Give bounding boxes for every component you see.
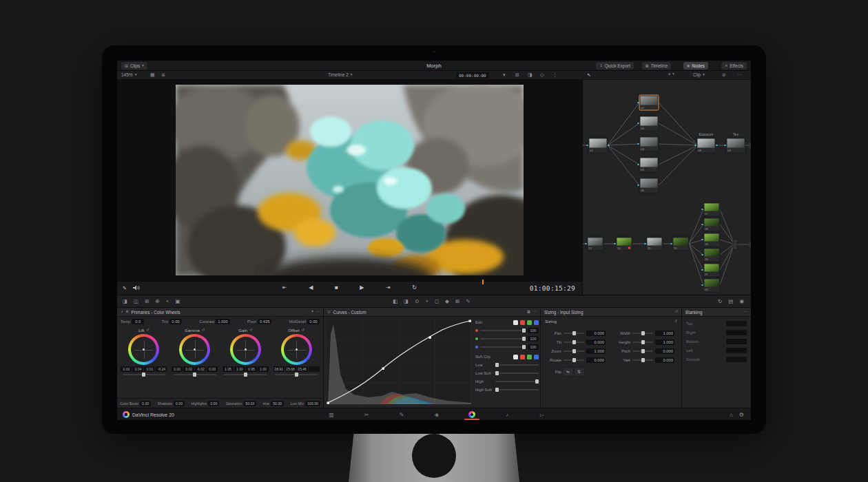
lift-value-g[interactable]: 0.01 bbox=[144, 366, 155, 372]
width-value[interactable]: 1.000 bbox=[655, 331, 674, 336]
node-06[interactable]: 06 bbox=[638, 178, 659, 193]
pan-slider[interactable] bbox=[564, 333, 584, 334]
node-15[interactable]: 15 bbox=[645, 237, 663, 251]
gain-color-wheel[interactable] bbox=[230, 334, 261, 365]
temp-field[interactable]: 0.0 bbox=[132, 319, 144, 324]
zoom-slider[interactable] bbox=[564, 350, 584, 352]
node-21[interactable]: 21 bbox=[702, 263, 721, 277]
high-slider[interactable] bbox=[495, 381, 539, 382]
low-slider[interactable] bbox=[495, 364, 539, 366]
yaw-slider[interactable] bbox=[632, 359, 653, 361]
lift-value-y[interactable]: 0.00 bbox=[121, 366, 132, 372]
blanking-more-icon[interactable]: ⋯ bbox=[744, 310, 747, 313]
high-soft-slider[interactable] bbox=[495, 389, 539, 390]
play-button[interactable]: ▶ bbox=[360, 284, 364, 291]
zoom-level-menu[interactable]: 145% ▾ bbox=[121, 72, 136, 77]
gamma-reset-icon[interactable]: ↺ bbox=[202, 328, 205, 332]
clip-list-icon[interactable]: ▤ bbox=[728, 298, 733, 304]
gamma-value-b[interactable]: 0.00 bbox=[207, 366, 218, 372]
blanking-left-value[interactable] bbox=[726, 348, 747, 353]
node-more-icon[interactable]: ⋯ bbox=[737, 72, 742, 77]
jump-end-button[interactable]: ⇥ bbox=[386, 284, 391, 291]
picker-icon[interactable]: + bbox=[425, 298, 428, 304]
fairlight-page-button[interactable]: ♪ bbox=[497, 408, 517, 420]
node-16[interactable]: 16 bbox=[671, 237, 690, 251]
low-soft-slider[interactable] bbox=[495, 373, 539, 374]
node-01[interactable]: 01 bbox=[587, 138, 610, 153]
node-19[interactable]: 19 bbox=[702, 233, 721, 247]
parallel-combiner-node[interactable] bbox=[733, 240, 737, 249]
node-02[interactable]: 02 bbox=[638, 95, 659, 110]
jump-start-button[interactable]: ⇤ bbox=[282, 284, 287, 291]
hue-field[interactable]: 50.00 bbox=[271, 401, 284, 406]
lift-master-slider[interactable] bbox=[123, 374, 165, 375]
split-screen-icon[interactable]: ◫ bbox=[134, 298, 138, 304]
tint-field[interactable]: 0.00 bbox=[169, 319, 182, 324]
primaries-caret-icon[interactable]: ▾ bbox=[311, 310, 313, 313]
gamma-value-y[interactable]: 0.00 bbox=[172, 366, 183, 372]
blanking-smooth-value[interactable] bbox=[726, 357, 747, 362]
red-gang-slider[interactable] bbox=[480, 330, 526, 331]
sizing-reset-icon[interactable]: ↺ bbox=[675, 310, 678, 313]
lift-value-b[interactable]: -0.24 bbox=[156, 366, 167, 372]
gallery-still-icon[interactable]: ◨ bbox=[123, 298, 127, 304]
red-gang-value[interactable]: 100 bbox=[528, 328, 539, 333]
clip-selector[interactable]: Clip ▾ bbox=[693, 72, 705, 77]
crosshair-tool-icon[interactable]: + bbox=[166, 298, 169, 304]
offset-master-slider[interactable] bbox=[275, 374, 318, 375]
grid-tool-icon[interactable]: ▣ bbox=[175, 298, 180, 304]
gain-master-slider[interactable] bbox=[224, 374, 267, 375]
color-page-button[interactable] bbox=[462, 408, 482, 420]
viewer-option-icon-4[interactable]: ◇ bbox=[540, 72, 544, 77]
viewer-option-icon-2[interactable]: ⊞ bbox=[515, 72, 519, 77]
offset-value-r[interactable]: 28.91 bbox=[273, 366, 285, 372]
tilt-slider[interactable] bbox=[564, 342, 584, 343]
node-17[interactable]: 17 bbox=[702, 202, 721, 216]
offset-value-g[interactable]: 25.68 bbox=[285, 366, 296, 372]
gain-value-r[interactable]: 1.00 bbox=[234, 366, 245, 372]
gamma-master-slider[interactable] bbox=[174, 374, 216, 375]
viewer-list-icon[interactable]: ≣ bbox=[161, 72, 165, 77]
middetail-field[interactable]: 0.00 bbox=[307, 319, 320, 324]
curves-more-icon[interactable]: ⋯ bbox=[533, 310, 537, 313]
gain-value-g[interactable]: 0.95 bbox=[246, 366, 257, 372]
lift-reset-icon[interactable]: ↺ bbox=[146, 328, 149, 332]
wipe-a-icon[interactable]: ◧ bbox=[393, 298, 397, 304]
rotate-slider[interactable] bbox=[564, 359, 584, 361]
shadows-field[interactable]: 0.00 bbox=[174, 401, 185, 406]
curves-graph[interactable] bbox=[327, 319, 471, 404]
node-20[interactable]: 20 bbox=[702, 248, 721, 262]
audio-mute-icon[interactable] bbox=[133, 285, 140, 291]
node-03[interactable]: 03 bbox=[638, 116, 659, 131]
gain-reset-icon[interactable]: ↺ bbox=[249, 328, 252, 332]
refresh-icon[interactable]: ↻ bbox=[718, 298, 722, 304]
channel-r-button[interactable] bbox=[520, 320, 525, 325]
annotate-tool-icon[interactable]: ✎ bbox=[123, 286, 127, 291]
fusion-page-button[interactable]: ◈ bbox=[426, 408, 447, 420]
gamma-value-g[interactable]: -0.02 bbox=[195, 366, 206, 372]
offset-value-extra[interactable] bbox=[309, 366, 320, 372]
node-05[interactable]: 05 bbox=[638, 157, 659, 172]
wheels-mode-icon[interactable]: ◑ bbox=[121, 310, 123, 313]
effects-button[interactable]: ∗ Effects bbox=[721, 62, 747, 70]
deliver-page-button[interactable]: ▻ bbox=[532, 408, 552, 420]
node-graph[interactable]: Exposure Tex 01 02 bbox=[583, 80, 751, 295]
tilt-value[interactable]: 0.000 bbox=[586, 339, 606, 345]
node-18[interactable]: 18 bbox=[702, 218, 721, 231]
pan-value[interactable]: 0.000 bbox=[586, 331, 606, 336]
channel-b-button[interactable] bbox=[534, 320, 539, 325]
gamma-value-r[interactable]: 0.02 bbox=[183, 366, 194, 372]
pitch-value[interactable]: 0.000 bbox=[655, 348, 674, 354]
nodes-view-button[interactable]: ◉ Nodes bbox=[683, 62, 708, 70]
height-value[interactable]: 1.000 bbox=[655, 339, 674, 345]
node-09-tex[interactable]: 09 bbox=[725, 138, 746, 153]
yaw-value[interactable]: 0.000 bbox=[655, 357, 674, 363]
playhead-marker[interactable] bbox=[482, 280, 484, 284]
contrast-field[interactable]: 1.000 bbox=[216, 319, 230, 324]
edit-page-button[interactable]: ✎ bbox=[391, 408, 412, 420]
lift-color-wheel[interactable] bbox=[128, 334, 159, 365]
wipe-mode-icon[interactable]: ⊞ bbox=[145, 298, 149, 304]
window-tool-icon[interactable]: ◻ bbox=[435, 298, 439, 304]
node-bypass-icon[interactable]: ⊘ bbox=[722, 72, 726, 77]
softclip-y-button[interactable] bbox=[513, 355, 518, 359]
